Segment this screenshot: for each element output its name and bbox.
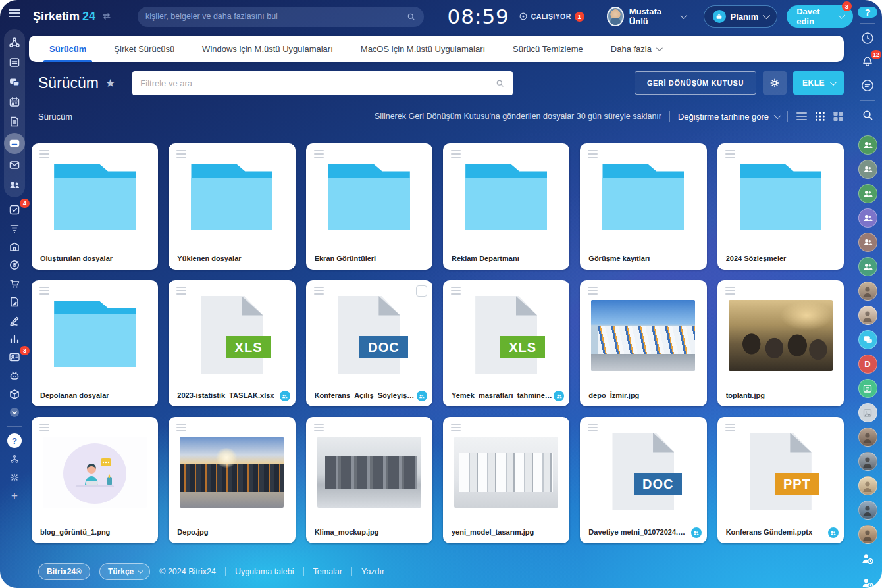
- work-status[interactable]: ÇALIŞIYOR 1: [519, 12, 584, 22]
- sidebar-item-marketing[interactable]: [4, 257, 25, 274]
- bitrix24-brand-button[interactable]: Bitrix24®: [38, 563, 90, 580]
- sidebar-structure[interactable]: [4, 451, 25, 468]
- shared-users-icon[interactable]: [691, 527, 702, 538]
- select-checkbox[interactable]: [416, 285, 427, 297]
- user-avatar[interactable]: [607, 7, 624, 26]
- history-button[interactable]: [858, 29, 877, 47]
- card-menu-icon[interactable]: [176, 287, 186, 295]
- sidebar-item-store[interactable]: [4, 275, 25, 292]
- sidebar-collapse[interactable]: [4, 404, 25, 421]
- card-menu-icon[interactable]: [451, 150, 461, 158]
- tab-drive-cleanup[interactable]: Sürücü Temizleme: [499, 36, 597, 62]
- sidebar-item-bi[interactable]: [4, 330, 25, 347]
- card-menu-icon[interactable]: [588, 150, 598, 158]
- card-menu-icon[interactable]: [176, 150, 186, 158]
- card-menu-icon[interactable]: [725, 150, 735, 158]
- user-avatar[interactable]: [858, 306, 877, 325]
- add-button[interactable]: EKLE: [793, 71, 844, 95]
- user-avatar[interactable]: [858, 476, 877, 495]
- group-avatar[interactable]: [858, 160, 877, 179]
- chat-avatar[interactable]: [858, 330, 877, 349]
- sort-dropdown[interactable]: Değiştirme tarihine göre: [678, 112, 779, 122]
- group-avatar[interactable]: [858, 257, 877, 276]
- folder-card[interactable]: Reklam Departmanı: [443, 143, 569, 270]
- card-menu-icon[interactable]: [39, 287, 49, 295]
- sidebar-item-company[interactable]: [4, 238, 25, 255]
- sidebar-item-crm[interactable]: [4, 220, 25, 237]
- image-card[interactable]: depo_İzmir.jpg: [580, 280, 706, 406]
- invited-user-icon[interactable]: [858, 549, 877, 568]
- shared-users-icon[interactable]: [828, 527, 839, 538]
- group-avatar[interactable]: [858, 184, 877, 203]
- tab-windows-apps[interactable]: Windows için M.üstü Uygulamaları: [188, 36, 347, 62]
- footer-link-themes[interactable]: Temalar: [313, 567, 342, 576]
- list-view-button[interactable]: [796, 111, 808, 122]
- settings-button[interactable]: [763, 71, 787, 95]
- work-clock[interactable]: 08:59: [448, 5, 509, 28]
- sidebar-item-messenger[interactable]: [4, 74, 25, 91]
- group-avatar[interactable]: [858, 208, 877, 228]
- image-card[interactable]: Klima_mockup.jpg: [306, 417, 432, 543]
- folder-card[interactable]: Depolanan dosyalar: [32, 280, 158, 406]
- search-icon[interactable]: [495, 78, 505, 88]
- footer-link-app-request[interactable]: Uygulama talebi: [235, 567, 294, 576]
- image-card[interactable]: Depo.jpg: [169, 417, 295, 543]
- card-menu-icon[interactable]: [725, 424, 735, 431]
- file-card[interactable]: DOCDavetiye metni_01072024.docx: [580, 417, 706, 543]
- card-menu-icon[interactable]: [588, 287, 598, 295]
- image-card[interactable]: yeni_model_tasarım.jpg: [443, 417, 569, 543]
- invite-button[interactable]: Davet edin 3: [787, 5, 853, 28]
- shared-users-icon[interactable]: [417, 391, 427, 401]
- search-panel-button[interactable]: [858, 106, 877, 124]
- notifications-button[interactable]: 12: [858, 53, 877, 71]
- sidebar-item-collab[interactable]: [4, 34, 25, 51]
- tile-view-button[interactable]: [833, 111, 844, 122]
- sidebar-item-mail[interactable]: [4, 157, 25, 174]
- sidebar-item-inventory[interactable]: [4, 385, 25, 403]
- user-avatar[interactable]: [858, 428, 877, 447]
- filter-search[interactable]: [132, 71, 513, 95]
- menu-icon[interactable]: [9, 9, 20, 17]
- card-menu-icon[interactable]: [314, 150, 324, 158]
- folder-card[interactable]: Ekran Görüntüleri: [306, 143, 432, 270]
- plan-button[interactable]: Planım: [704, 5, 778, 28]
- card-menu-icon[interactable]: [588, 424, 598, 431]
- sidebar-item-contact-center[interactable]: 3: [4, 349, 25, 366]
- invited-user-icon[interactable]: [858, 574, 877, 588]
- shared-users-icon[interactable]: [280, 391, 290, 401]
- card-menu-icon[interactable]: [451, 424, 461, 431]
- group-avatar[interactable]: [858, 233, 877, 252]
- image-placeholder-avatar[interactable]: [858, 403, 877, 422]
- breadcrumb[interactable]: Sürücüm: [38, 112, 72, 122]
- global-search-input[interactable]: [145, 12, 405, 21]
- image-card[interactable]: toplantı.jpg: [717, 280, 844, 406]
- sidebar-help[interactable]: ?: [4, 432, 25, 449]
- user-avatar[interactable]: [858, 501, 877, 520]
- sidebar-add-section[interactable]: +: [4, 487, 25, 504]
- card-menu-icon[interactable]: [314, 287, 324, 295]
- sidebar-settings[interactable]: [4, 469, 25, 486]
- folder-card[interactable]: 2024 Sözleşmeler: [717, 143, 844, 270]
- card-menu-icon[interactable]: [39, 424, 49, 431]
- sidebar-item-docs[interactable]: [4, 113, 25, 130]
- folder-card[interactable]: Yüklenen dosyalar: [169, 143, 295, 270]
- tab-company-drive[interactable]: Şirket Sürücüsü: [100, 36, 188, 62]
- tab-macos-apps[interactable]: MacOS için M.üstü Uygulamaları: [347, 36, 499, 62]
- file-card[interactable]: XLS2023-istatistik_TASLAK.xlsx: [169, 280, 295, 406]
- user-avatar[interactable]: [858, 282, 877, 301]
- filter-search-input[interactable]: [140, 78, 495, 88]
- global-search[interactable]: [138, 7, 423, 27]
- image-card[interactable]: blog_görüntü_1.png: [32, 417, 158, 543]
- footer-link-print[interactable]: Yazdır: [361, 567, 384, 576]
- tab-my-drive[interactable]: Sürücüm: [36, 36, 100, 62]
- tab-more[interactable]: Daha fazla: [597, 36, 675, 62]
- card-menu-icon[interactable]: [451, 287, 461, 295]
- file-card[interactable]: PPTKonferans Gündemi.pptx: [717, 417, 844, 543]
- group-avatar[interactable]: [858, 135, 877, 155]
- sidebar-item-workgroups[interactable]: [4, 176, 25, 193]
- grid-view-button[interactable]: [814, 111, 826, 122]
- file-card[interactable]: DOCKonferans_Açılış_Söyleyişi.docx: [306, 280, 432, 406]
- letter-avatar-d[interactable]: D: [858, 355, 877, 374]
- sidebar-item-tasks[interactable]: 4: [4, 201, 25, 218]
- file-card[interactable]: XLSYemek_masrafları_tahminen.xlsx: [443, 280, 569, 406]
